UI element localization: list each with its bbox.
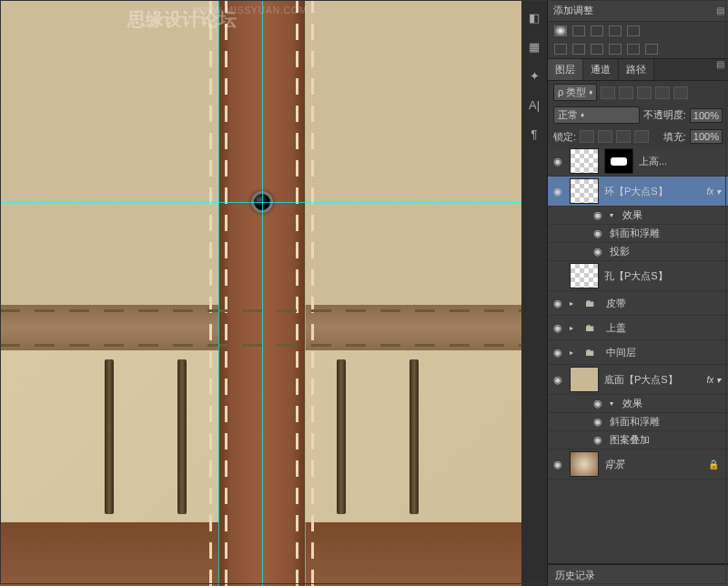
filter-smart-icon[interactable]: [673, 86, 688, 99]
adj-curves-icon[interactable]: [591, 25, 603, 36]
adj-bw-icon[interactable]: [591, 44, 603, 55]
stitch-line: [209, 0, 212, 586]
layer-thumbnail[interactable]: [570, 367, 599, 392]
opacity-label: 不透明度:: [643, 108, 686, 122]
stitch-line: [296, 0, 298, 586]
visibility-toggle[interactable]: ◉: [551, 459, 564, 470]
slot: [177, 359, 187, 514]
navigator-icon[interactable]: ▦: [526, 38, 542, 55]
layer-row[interactable]: ◉ 上高...: [548, 146, 728, 177]
adj-exposure-icon[interactable]: [609, 25, 622, 36]
stitch-line: [225, 0, 228, 586]
document-canvas[interactable]: 思缘设计论坛 WWW.MISSYUAN.COM: [0, 0, 521, 586]
filter-pixel-icon[interactable]: [601, 86, 615, 99]
paragraph-icon[interactable]: ¶: [526, 126, 542, 142]
visibility-toggle[interactable]: ◉: [551, 156, 564, 167]
layer-thumbnail[interactable]: [570, 451, 599, 477]
tab-paths[interactable]: 路径: [619, 59, 654, 80]
adj-lookup-icon[interactable]: [645, 44, 658, 55]
adj-balance-icon[interactable]: [572, 44, 585, 55]
panel-menu-icon[interactable]: ▤: [716, 5, 724, 15]
layer-group-row[interactable]: ◉ ▸🖿 皮带: [548, 291, 728, 316]
panel-dock: ◧ ▦ ✦ A| ¶: [521, 0, 548, 586]
adj-hue-icon[interactable]: [554, 44, 567, 55]
swatches-icon[interactable]: ✦: [526, 67, 542, 84]
layers-list[interactable]: ◉ 上高... ◉ 环【P大点S】 fx ▾ ◉▾效果 ◉斜面和浮雕 ◉投影: [548, 146, 728, 563]
guide-vertical[interactable]: [218, 0, 219, 586]
fx-badge[interactable]: fx ▾: [706, 187, 724, 197]
guide-horizontal[interactable]: [0, 202, 521, 203]
fill-input[interactable]: 100%: [690, 129, 723, 144]
fill-label: 填充:: [663, 130, 686, 144]
layer-row[interactable]: ◉ 环【P大点S】 fx ▾: [548, 177, 728, 207]
guide-vertical[interactable]: [262, 0, 263, 586]
layer-name[interactable]: 皮带: [606, 297, 724, 310]
tab-channels[interactable]: 通道: [583, 59, 619, 80]
adj-photo-icon[interactable]: [609, 44, 622, 55]
character-icon[interactable]: A|: [526, 96, 542, 113]
filter-adjust-icon[interactable]: [619, 86, 633, 99]
layer-thumbnail[interactable]: [570, 148, 599, 174]
adj-brightness-icon[interactable]: [554, 25, 567, 36]
adj-mixer-icon[interactable]: [627, 44, 640, 55]
visibility-toggle[interactable]: ◉: [551, 347, 564, 359]
folder-icon: 🖿: [579, 343, 601, 361]
adj-vibrance-icon[interactable]: [627, 25, 640, 36]
visibility-toggle[interactable]: ◉: [551, 374, 564, 386]
watermark-url: WWW.MISSYUAN.COM: [194, 5, 308, 15]
blend-mode-dropdown[interactable]: 正常♦: [553, 106, 640, 124]
layer-name[interactable]: 孔【P大点S】: [604, 269, 724, 283]
visibility-toggle[interactable]: ◉: [551, 298, 564, 309]
layer-effect-row[interactable]: ◉斜面和浮雕: [548, 225, 728, 243]
history-title: 历史记录: [555, 570, 595, 581]
layer-row[interactable]: 孔【P大点S】: [548, 261, 728, 291]
filter-shape-icon[interactable]: [655, 86, 670, 99]
visibility-toggle[interactable]: ◉: [551, 322, 564, 334]
fx-badge[interactable]: fx ▾: [706, 375, 724, 385]
lock-move-icon[interactable]: [616, 130, 631, 143]
layer-effect-row[interactable]: ◉斜面和浮雕: [548, 413, 728, 431]
layer-mask-thumbnail[interactable]: [604, 148, 633, 174]
lock-trans-icon[interactable]: [580, 130, 594, 143]
layer-name[interactable]: 中间层: [606, 346, 724, 359]
lock-all-icon[interactable]: [634, 130, 649, 143]
lock-pixels-icon[interactable]: [598, 130, 612, 143]
panels-area: ◧ ▦ ✦ A| ¶ 添加调整 ▤: [521, 0, 728, 586]
layer-effect-row[interactable]: ◉投影: [548, 243, 728, 261]
history-panel-header[interactable]: 历史记录: [548, 564, 728, 586]
layer-name[interactable]: 背景: [604, 458, 703, 471]
adj-levels-icon[interactable]: [572, 25, 585, 36]
layer-filter-dropdown[interactable]: ρ 类型♦: [553, 84, 597, 101]
folder-icon: 🖿: [579, 294, 601, 312]
layer-name[interactable]: 上高...: [639, 155, 724, 168]
visibility-toggle[interactable]: ◉: [551, 186, 564, 197]
stitch-line: [0, 309, 521, 312]
stitch-line: [311, 0, 314, 586]
slot: [410, 359, 419, 514]
layer-group-row[interactable]: ◉ ▸🖿 中间层: [548, 340, 728, 365]
layer-effect-row[interactable]: ◉▾效果: [548, 207, 728, 225]
guide-vertical[interactable]: [305, 0, 306, 586]
layer-name[interactable]: 上盖: [606, 321, 724, 335]
layer-effect-row[interactable]: ◉▾效果: [548, 395, 728, 413]
layer-name[interactable]: 底面【P大点S】: [604, 373, 701, 387]
layer-row[interactable]: ◉ 背景 🔒: [548, 450, 728, 480]
histogram-icon[interactable]: ◧: [526, 9, 542, 25]
layer-effect-row[interactable]: ◉图案叠加: [548, 431, 728, 450]
filter-type-icon[interactable]: [637, 86, 652, 99]
opacity-input[interactable]: 100%: [690, 108, 723, 123]
lock-label: 锁定:: [553, 130, 576, 144]
tab-layers[interactable]: 图层: [548, 59, 583, 80]
layer-name[interactable]: 环【P大点S】: [604, 185, 701, 198]
layer-thumbnail[interactable]: [570, 178, 599, 204]
folder-icon: 🖿: [579, 318, 601, 337]
stitch-line: [0, 344, 521, 347]
layer-group-row[interactable]: ◉ ▸🖿 上盖: [548, 316, 728, 340]
panel-menu-icon[interactable]: ▤: [716, 59, 724, 69]
slot: [105, 359, 114, 514]
layers-panel: 图层 通道 路径 ▤ ρ 类型♦ 正常♦ 不透明度: 100% 锁定:: [548, 59, 728, 564]
adjustments-panel: 添加调整 ▤: [548, 0, 728, 59]
layer-thumbnail[interactable]: [570, 263, 599, 288]
layer-row[interactable]: ◉ 底面【P大点S】 fx ▾: [548, 365, 728, 395]
adjustments-title: 添加调整: [553, 4, 593, 17]
